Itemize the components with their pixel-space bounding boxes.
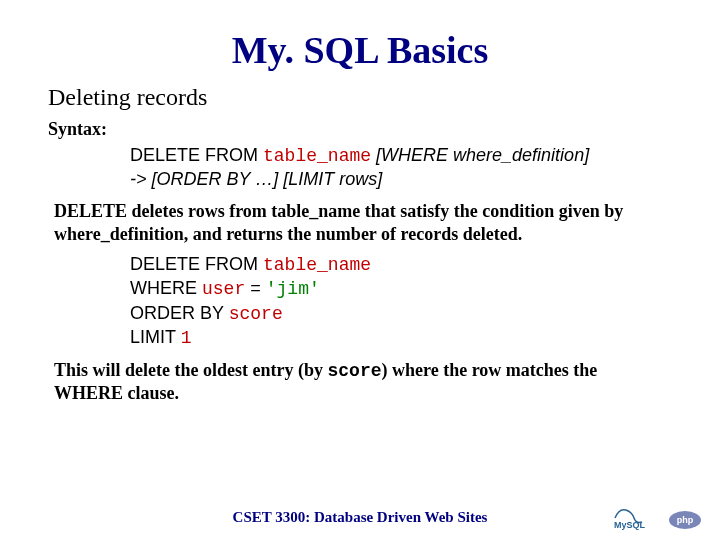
ex-orderby-field: score: [229, 304, 283, 324]
ex-where-kw: WHERE: [130, 278, 202, 298]
desc-text-3: , and returns the number of records dele…: [184, 224, 522, 244]
ex-where-field: user: [202, 279, 245, 299]
ex-delete-kw: DELETE FROM: [130, 254, 263, 274]
ex-eq: =: [245, 278, 266, 298]
desc-text-1: DELETE deletes rows from: [54, 201, 271, 221]
section-heading: Deleting records: [48, 84, 672, 111]
closing-score: score: [327, 361, 381, 381]
desc-wheredef: where_definition: [54, 224, 184, 244]
example-line-1: DELETE FROM table_name: [130, 253, 672, 277]
mysql-logo-icon: MySQL: [612, 504, 662, 530]
syntax-tablename: table_name: [263, 146, 371, 166]
syntax-block: DELETE FROM table_name [WHERE where_defi…: [130, 144, 672, 190]
php-logo-icon: php: [668, 510, 702, 530]
description-paragraph: DELETE deletes rows from table_name that…: [54, 200, 666, 245]
svg-text:MySQL: MySQL: [614, 520, 646, 530]
ex-limit-kw: LIMIT: [130, 327, 181, 347]
desc-tablename: table_name: [271, 201, 360, 221]
ex-orderby-kw: ORDER BY: [130, 303, 229, 323]
closing-text-1: This will delete the oldest entry (by: [54, 360, 327, 380]
ex-where-value: 'jim': [266, 279, 320, 299]
syntax-kw: DELETE FROM: [130, 145, 263, 165]
example-line-4: LIMIT 1: [130, 326, 672, 350]
page-title: My. SQL Basics: [48, 28, 672, 72]
desc-text-2: that satisfy the condition given by: [360, 201, 623, 221]
syntax-line-2: -> [ORDER BY …] [LIMIT rows]: [130, 168, 672, 191]
ex-tablename: table_name: [263, 255, 371, 275]
syntax-line-1: DELETE FROM table_name [WHERE where_defi…: [130, 144, 672, 168]
example-line-2: WHERE user = 'jim': [130, 277, 672, 301]
syntax-label: Syntax:: [48, 119, 672, 140]
syntax-continuation: -> [ORDER BY …] [LIMIT rows]: [130, 169, 382, 189]
ex-limit-value: 1: [181, 328, 192, 348]
example-block: DELETE FROM table_name WHERE user = 'jim…: [130, 253, 672, 351]
closing-paragraph: This will delete the oldest entry (by sc…: [54, 359, 666, 405]
slide-body: My. SQL Basics Deleting records Syntax: …: [0, 0, 720, 405]
syntax-where-clause: [WHERE where_definition]: [371, 145, 589, 165]
example-line-3: ORDER BY score: [130, 302, 672, 326]
svg-text:php: php: [677, 515, 694, 525]
logo-group: MySQL php: [612, 504, 702, 530]
